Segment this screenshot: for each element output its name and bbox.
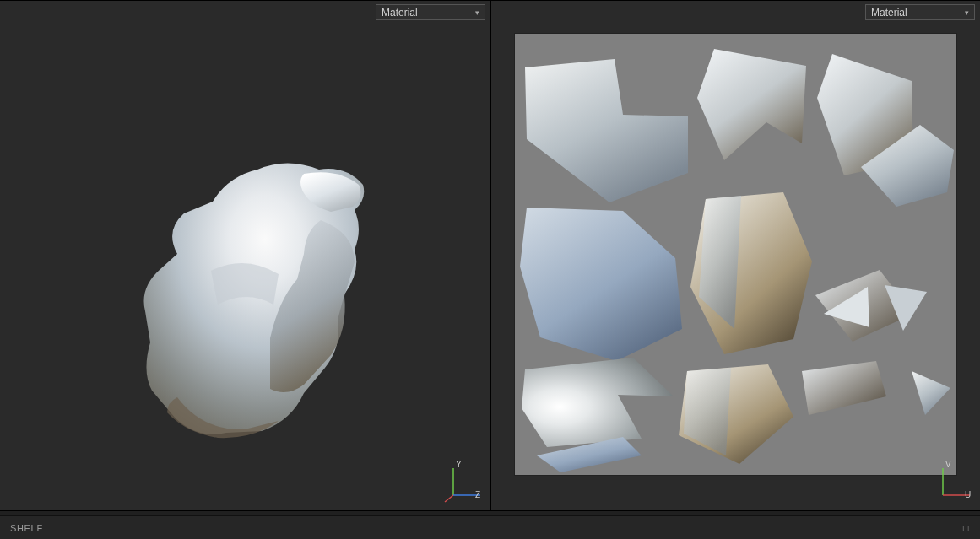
viewport-uv-canvas[interactable] <box>491 1 980 510</box>
chevron-down-icon: ▾ <box>965 8 969 17</box>
svg-marker-7 <box>520 208 682 361</box>
svg-marker-3 <box>525 59 688 202</box>
shading-mode-dropdown-left[interactable]: Material ▾ <box>376 4 485 20</box>
shelf-panel: SHELF ◻ <box>0 510 980 539</box>
shelf-pin-icon[interactable]: ◻ <box>960 522 972 534</box>
shading-mode-dropdown-right[interactable]: Material ▾ <box>865 4 975 20</box>
svg-marker-18 <box>802 361 886 415</box>
viewport-3d[interactable]: Material ▾ Y Z <box>0 1 491 510</box>
viewport-uv[interactable]: Material ▾ V U <box>491 1 980 510</box>
svg-marker-16 <box>684 368 731 455</box>
svg-marker-4 <box>697 49 806 160</box>
chevron-down-icon: ▾ <box>475 8 479 17</box>
uv-texture-area[interactable] <box>515 34 956 475</box>
svg-marker-14 <box>522 358 674 447</box>
shading-mode-label: Material <box>871 7 907 19</box>
shelf-label: SHELF <box>10 523 43 533</box>
viewport-3d-canvas[interactable] <box>0 1 490 510</box>
shading-mode-label: Material <box>382 7 418 19</box>
viewport-split: Material ▾ Y Z <box>0 0 980 510</box>
svg-marker-13 <box>912 371 950 415</box>
